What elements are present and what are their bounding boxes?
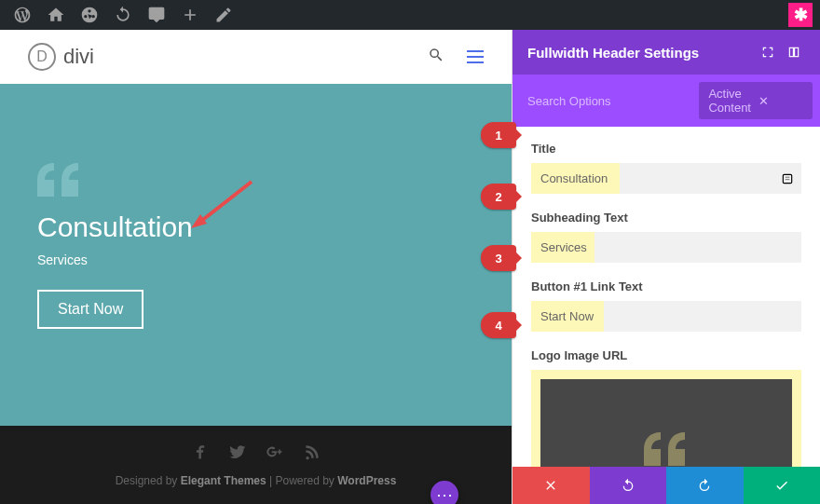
comment-icon[interactable] [142, 0, 171, 30]
undo-button[interactable] [590, 467, 667, 504]
builder-fab[interactable]: ⋯ [430, 481, 458, 504]
search-options-row: Search Options Active Content ✕ [512, 75, 820, 127]
twitter-icon[interactable] [228, 443, 247, 465]
refresh-icon[interactable] [108, 0, 138, 30]
rss-icon[interactable] [303, 443, 321, 465]
button1-label: Button #1 Link Text [531, 279, 801, 293]
dashboard-icon[interactable] [75, 0, 104, 30]
title-label: Title [531, 142, 801, 156]
svg-rect-3 [795, 48, 799, 56]
preview-pane: D divi Consultation Services Start Now [0, 30, 512, 504]
quote-icon [37, 163, 474, 200]
search-icon[interactable] [428, 47, 444, 67]
fullwidth-header: Consultation Services Start Now [0, 84, 512, 426]
svg-rect-5 [786, 176, 790, 177]
title-input[interactable] [531, 163, 801, 194]
redo-button[interactable] [666, 467, 744, 504]
save-button[interactable] [744, 467, 821, 504]
panel-header: Fullwidth Header Settings [512, 30, 820, 75]
logo-image-upload[interactable] [531, 370, 801, 467]
googleplus-icon[interactable] [266, 443, 284, 465]
logo-url-label: Logo Image URL [531, 348, 801, 362]
dynamic-content-icon[interactable] [781, 172, 794, 185]
hero-subheading: Services [37, 252, 474, 267]
logo-mark: D [28, 43, 56, 71]
settings-panel: Fullwidth Header Settings Search Options… [512, 30, 820, 504]
social-icons [0, 443, 512, 465]
logo-text: divi [63, 45, 94, 69]
svg-rect-6 [786, 179, 790, 180]
menu-toggle[interactable] [467, 50, 484, 63]
search-placeholder[interactable]: Search Options [527, 94, 699, 108]
home-icon[interactable] [41, 0, 71, 30]
svg-rect-2 [789, 48, 793, 56]
wp-admin-bar: ✱ [0, 0, 820, 30]
panel-title: Fullwidth Header Settings [527, 45, 753, 61]
hero-title: Consultation [37, 211, 474, 243]
button1-input[interactable] [531, 301, 801, 332]
hero-button[interactable]: Start Now [37, 290, 144, 329]
asterisk-button[interactable]: ✱ [788, 3, 813, 27]
expand-icon[interactable] [757, 41, 779, 63]
panel-body: Title Subheading Text Button #1 Link Tex… [512, 127, 820, 467]
quote-icon [644, 432, 689, 466]
panel-footer [512, 467, 820, 504]
edit-icon[interactable] [209, 0, 239, 30]
site-logo[interactable]: D divi [28, 43, 94, 71]
cancel-button[interactable] [512, 467, 590, 504]
snap-icon[interactable] [783, 41, 805, 63]
site-nav: D divi [0, 30, 512, 84]
plus-icon[interactable] [175, 0, 205, 30]
active-content-tag[interactable]: Active Content ✕ [699, 82, 813, 119]
subheading-label: Subheading Text [531, 211, 801, 225]
close-icon[interactable]: ✕ [758, 94, 803, 108]
subheading-input[interactable] [531, 232, 801, 263]
facebook-icon[interactable] [191, 443, 210, 465]
wp-logo-icon[interactable] [7, 0, 37, 30]
